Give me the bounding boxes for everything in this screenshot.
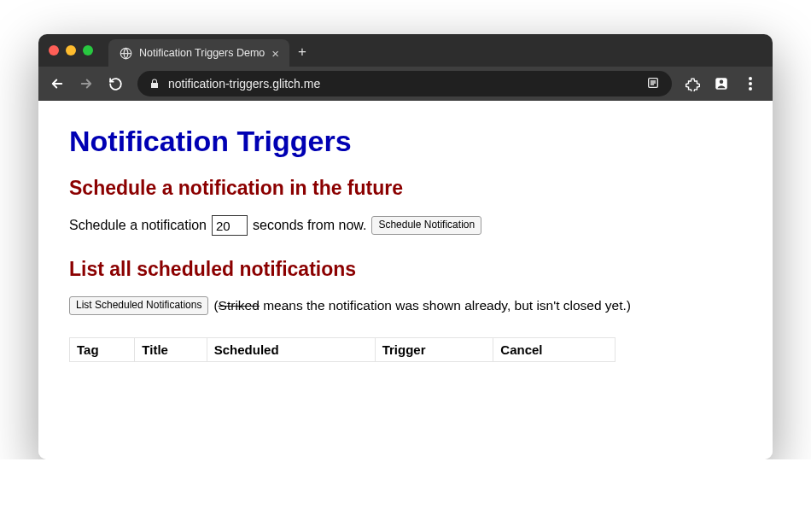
extension-icon[interactable] [684,75,701,92]
lock-icon [149,79,160,89]
reader-mode-icon[interactable] [646,76,660,92]
schedule-heading: Schedule a notification in the future [69,177,742,200]
schedule-button[interactable]: Schedule Notification [371,216,481,235]
browser-toolbar: notification-triggers.glitch.me [38,67,773,101]
browser-window: Notification Triggers Demo × + notificat… [38,34,773,459]
browser-tab[interactable]: Notification Triggers Demo × [108,39,289,67]
list-row: List Scheduled Notifications (Striked me… [69,296,742,315]
svg-point-5 [749,82,752,85]
url-text: notification-triggers.glitch.me [168,77,638,91]
page-content: Notification Triggers Schedule a notific… [38,101,773,459]
page-title: Notification Triggers [69,125,742,158]
close-window-icon[interactable] [49,45,59,56]
seconds-input[interactable] [212,215,248,236]
col-cancel: Cancel [493,337,616,361]
col-title: Title [135,337,207,361]
tab-strip: Notification Triggers Demo × + [38,34,773,67]
list-button[interactable]: List Scheduled Notifications [69,296,208,315]
schedule-text-after: seconds from now. [253,218,366,233]
window-controls [49,45,93,56]
schedule-text-before: Schedule a notification [69,218,207,233]
minimize-window-icon[interactable] [66,45,76,56]
schedule-row: Schedule a notification seconds from now… [69,215,742,236]
maximize-window-icon[interactable] [83,45,93,56]
svg-point-3 [720,80,724,85]
col-trigger: Trigger [375,337,493,361]
striked-word: Striked [219,298,260,313]
back-button[interactable] [47,73,67,94]
new-tab-button[interactable]: + [298,44,306,61]
col-scheduled: Scheduled [207,337,375,361]
close-tab-icon[interactable]: × [271,46,279,61]
notifications-table: Tag Title Scheduled Trigger Cancel [69,337,616,362]
svg-point-6 [749,87,752,91]
toolbar-right [684,75,764,92]
list-heading: List all scheduled notifications [69,258,742,281]
menu-icon[interactable] [742,75,759,92]
address-bar[interactable]: notification-triggers.glitch.me [137,71,672,96]
profile-icon[interactable] [713,75,730,92]
col-tag: Tag [70,337,135,361]
table-header-row: Tag Title Scheduled Trigger Cancel [70,337,616,361]
tab-title: Notification Triggers Demo [139,47,265,59]
forward-button[interactable] [76,73,96,94]
svg-point-4 [749,77,752,80]
reload-button[interactable] [105,73,125,94]
globe-icon [119,46,132,60]
striked-note: (Striked means the notification was show… [213,298,631,313]
